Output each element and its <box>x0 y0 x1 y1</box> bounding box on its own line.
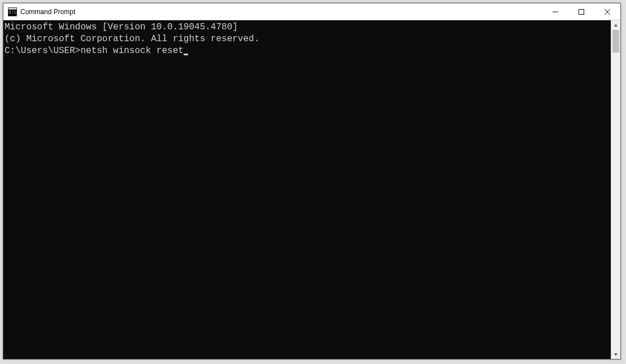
prompt-line: C:\Users\USER>netsh winsock reset <box>5 45 611 57</box>
scroll-down-arrow[interactable] <box>611 349 620 359</box>
vertical-scrollbar[interactable] <box>611 20 620 359</box>
version-line: Microsoft Windows [Version 10.0.19045.47… <box>5 21 611 33</box>
svg-text:C:\: C:\ <box>9 10 16 15</box>
titlebar[interactable]: C:\ Command Prompt <box>3 3 620 20</box>
scroll-thumb[interactable] <box>612 30 619 52</box>
window-controls <box>542 3 620 20</box>
svg-marker-8 <box>614 353 618 356</box>
terminal-output[interactable]: Microsoft Windows [Version 10.0.19045.47… <box>3 20 611 359</box>
scroll-track[interactable] <box>611 30 620 349</box>
copyright-line: (c) Microsoft Corporation. All rights re… <box>5 33 611 45</box>
close-button[interactable] <box>594 3 620 20</box>
command-text: netsh winsock reset <box>80 45 183 57</box>
svg-rect-1 <box>8 8 16 10</box>
svg-marker-7 <box>614 24 618 27</box>
minimize-button[interactable] <box>542 3 568 20</box>
scroll-up-arrow[interactable] <box>611 20 620 30</box>
svg-rect-4 <box>579 9 584 14</box>
cursor <box>184 54 188 55</box>
prompt-text: C:\Users\USER> <box>5 45 80 57</box>
command-prompt-window: C:\ Command Prompt Microsoft Windows [Ve… <box>3 3 621 359</box>
cmd-icon: C:\ <box>8 7 17 16</box>
maximize-button[interactable] <box>568 3 594 20</box>
content-area: Microsoft Windows [Version 10.0.19045.47… <box>3 20 620 359</box>
window-title: Command Prompt <box>20 8 542 16</box>
